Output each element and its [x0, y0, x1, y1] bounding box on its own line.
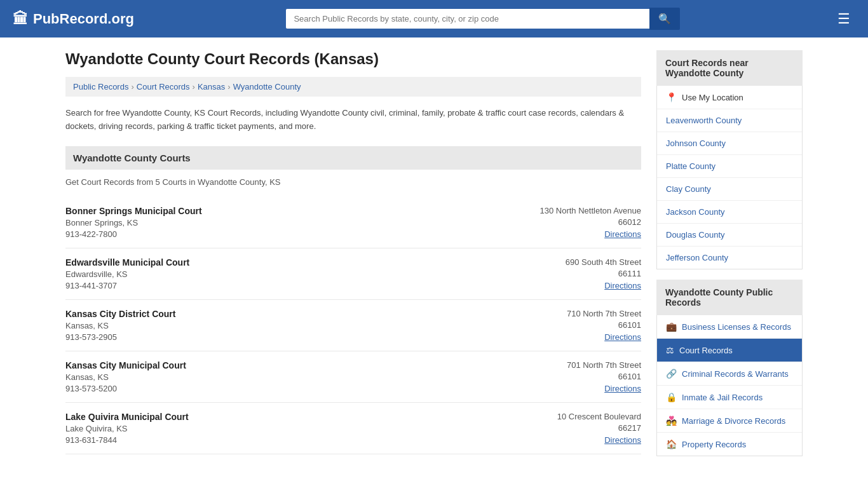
court-zip: 66101 [567, 320, 641, 330]
page-title: Wyandotte County Court Records (Kansas) [65, 50, 641, 68]
court-directions-link[interactable]: Directions [604, 229, 641, 239]
sidebar-icon: ⚖ [666, 345, 674, 355]
courts-list: Bonner Springs Municipal Court Bonner Sp… [65, 197, 641, 454]
court-directions-link[interactable]: Directions [604, 281, 641, 290]
search-bar: 🔍 [286, 8, 680, 30]
court-city: Edwardsville, KS [65, 269, 189, 279]
court-street: 690 South 4th Street [566, 257, 641, 267]
court-zip: 66111 [566, 269, 641, 278]
court-entry: Kansas City Municipal Court Kansas, KS 9… [65, 351, 641, 403]
sidebar-icon: 📍 [666, 92, 677, 102]
sidebar-pr-1[interactable]: ⚖Court Records [657, 339, 802, 362]
court-entry: Edwardsville Municipal Court Edwardsvill… [65, 248, 641, 300]
menu-button[interactable]: ☰ [832, 8, 855, 30]
site-header: 🏛 PubRecord.org 🔍 ☰ [0, 0, 868, 37]
court-address: 701 North 7th Street 66101 Directions [567, 360, 641, 393]
court-address: 10 Crescent Boulevard 66217 Directions [557, 412, 641, 445]
hamburger-icon: ☰ [837, 11, 850, 27]
court-entry: Lake Quivira Municipal Court Lake Quivir… [65, 403, 641, 454]
sidebar-public-records-links: 💼Business Licenses & Records⚖Court Recor… [656, 315, 803, 456]
court-city: Lake Quivira, KS [65, 424, 189, 433]
breadcrumb-sep-2: › [193, 82, 195, 92]
court-info: Lake Quivira Municipal Court Lake Quivir… [65, 412, 189, 445]
sidebar-pr-0[interactable]: 💼Business Licenses & Records [657, 315, 802, 339]
sidebar-nearby-header: Court Records near Wyandotte County [656, 50, 803, 86]
court-phone: 913-422-7800 [65, 229, 202, 239]
sidebar-icon: 💑 [666, 416, 677, 426]
sidebar-pr-3[interactable]: 🔒Inmate & Jail Records [657, 386, 802, 409]
sidebar-nearby-3[interactable]: Platte County [657, 155, 802, 178]
courts-section-header: Wyandotte County Courts [65, 146, 641, 170]
court-city: Bonner Springs, KS [65, 218, 202, 227]
sidebar-nearby-4[interactable]: Clay County [657, 178, 802, 201]
court-entry: Kansas City District Court Kansas, KS 91… [65, 300, 641, 351]
content-area: Wyandotte County Court Records (Kansas) … [65, 50, 641, 456]
court-street: 130 North Nettleton Avenue [540, 206, 642, 215]
court-directions-link[interactable]: Directions [604, 332, 641, 342]
court-name: Kansas City Municipal Court [65, 360, 186, 370]
court-zip: 66101 [567, 372, 641, 381]
courts-count: Get Court Records from 5 Courts in Wyand… [65, 177, 641, 187]
court-directions-link[interactable]: Directions [604, 384, 641, 393]
court-address: 130 North Nettleton Avenue 66012 Directi… [540, 206, 642, 239]
court-info: Kansas City Municipal Court Kansas, KS 9… [65, 360, 186, 393]
breadcrumb: Public Records › Court Records › Kansas … [65, 77, 641, 97]
sidebar-nearby-7[interactable]: Jefferson County [657, 247, 802, 269]
court-phone: 913-573-2905 [65, 332, 175, 342]
sidebar-nearby-5[interactable]: Jackson County [657, 201, 802, 224]
court-address: 690 South 4th Street 66111 Directions [566, 257, 641, 290]
page-description: Search for free Wyandotte County, KS Cou… [65, 107, 641, 133]
court-street: 710 North 7th Street [567, 309, 641, 318]
court-entry: Bonner Springs Municipal Court Bonner Sp… [65, 197, 641, 248]
court-city: Kansas, KS [65, 372, 186, 382]
breadcrumb-wyandotte[interactable]: Wyandotte County [233, 82, 301, 92]
sidebar-nearby-6[interactable]: Douglas County [657, 224, 802, 247]
court-name: Lake Quivira Municipal Court [65, 412, 189, 422]
sidebar-icon: 🏠 [666, 439, 677, 449]
sidebar-nearby-0[interactable]: 📍 Use My Location [657, 86, 802, 109]
sidebar-icon: 🔒 [666, 392, 677, 402]
breadcrumb-kansas[interactable]: Kansas [198, 82, 225, 92]
sidebar-pr-4[interactable]: 💑Marriage & Divorce Records [657, 409, 802, 433]
court-zip: 66012 [540, 217, 642, 227]
court-street: 10 Crescent Boulevard [557, 412, 641, 421]
sidebar-pr-2[interactable]: 🔗Criminal Records & Warrants [657, 362, 802, 386]
court-directions-link[interactable]: Directions [604, 435, 641, 445]
breadcrumb-public-records[interactable]: Public Records [73, 82, 128, 92]
court-zip: 66217 [557, 423, 641, 433]
court-info: Bonner Springs Municipal Court Bonner Sp… [65, 206, 202, 239]
sidebar-nearby-2[interactable]: Johnson County [657, 132, 802, 155]
breadcrumb-sep-1: › [131, 82, 133, 92]
site-logo[interactable]: 🏛 PubRecord.org [13, 10, 134, 28]
court-street: 701 North 7th Street [567, 360, 641, 370]
sidebar-nearby-1[interactable]: Leavenworth County [657, 109, 802, 132]
sidebar-public-records-header: Wyandotte County Public Records [656, 280, 803, 315]
court-city: Kansas, KS [65, 321, 175, 330]
search-icon: 🔍 [658, 13, 671, 24]
logo-icon: 🏛 [13, 10, 28, 28]
court-address: 710 North 7th Street 66101 Directions [567, 309, 641, 342]
logo-text: PubRecord.org [33, 11, 134, 27]
court-phone: 913-631-7844 [65, 435, 189, 445]
court-phone: 913-573-5200 [65, 384, 186, 393]
court-info: Edwardsville Municipal Court Edwardsvill… [65, 257, 189, 290]
sidebar-pr-5[interactable]: 🏠Property Records [657, 433, 802, 456]
court-phone: 913-441-3707 [65, 281, 189, 290]
court-name: Kansas City District Court [65, 309, 175, 319]
court-info: Kansas City District Court Kansas, KS 91… [65, 309, 175, 342]
breadcrumb-sep-3: › [227, 82, 230, 92]
sidebar-icon: 🔗 [666, 369, 677, 379]
main-container: Wyandotte County Court Records (Kansas) … [53, 37, 815, 469]
sidebar: Court Records near Wyandotte County 📍 Us… [656, 50, 803, 456]
search-input[interactable] [286, 9, 649, 29]
sidebar-nearby-links: 📍 Use My LocationLeavenworth CountyJohns… [656, 86, 803, 269]
court-name: Bonner Springs Municipal Court [65, 206, 202, 216]
court-name: Edwardsville Municipal Court [65, 257, 189, 268]
search-button[interactable]: 🔍 [649, 8, 680, 30]
sidebar-icon: 💼 [666, 322, 677, 332]
breadcrumb-court-records[interactable]: Court Records [137, 82, 190, 92]
